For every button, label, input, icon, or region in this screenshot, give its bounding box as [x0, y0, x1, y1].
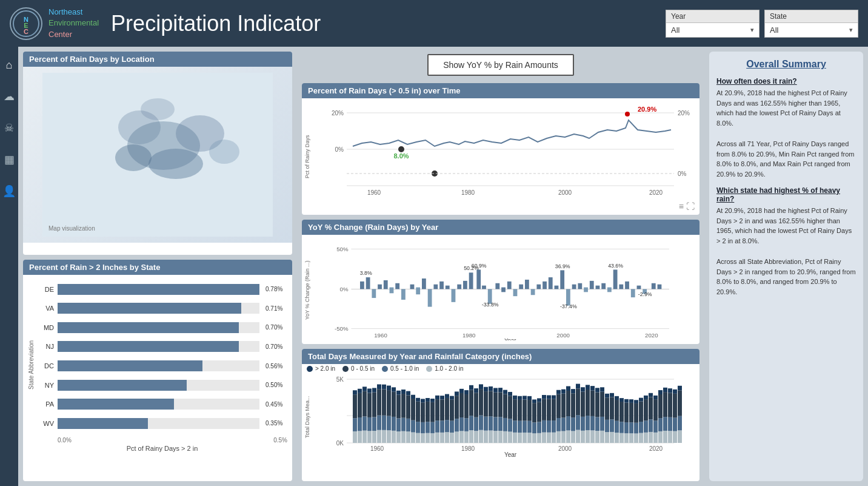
svg-rect-219 [484, 391, 488, 417]
svg-rect-283 [561, 394, 566, 418]
svg-rect-92 [625, 282, 629, 289]
svg-rect-291 [571, 393, 575, 417]
svg-rect-169 [426, 433, 430, 443]
bar-background [58, 418, 259, 429]
svg-rect-236 [503, 390, 507, 394]
svg-text:Year: Year [504, 451, 517, 458]
svg-rect-89 [613, 269, 618, 289]
svg-rect-353 [649, 432, 653, 443]
bar-row: DC0.56% [37, 360, 287, 371]
svg-rect-376 [673, 390, 677, 394]
svg-rect-356 [649, 393, 653, 397]
svg-rect-333 [624, 433, 629, 443]
svg-rect-270 [547, 420, 551, 433]
filter-icon[interactable]: ≡ [679, 201, 684, 211]
svg-text:Map visualization: Map visualization [48, 225, 95, 232]
svg-rect-282 [561, 417, 566, 431]
legend-color-1 [342, 366, 349, 372]
svg-rect-341 [634, 433, 638, 443]
svg-text:1980: 1980 [462, 332, 476, 339]
svg-rect-176 [430, 399, 435, 402]
svg-rect-298 [581, 417, 585, 431]
state-filter-select[interactable]: All ▾ [764, 22, 858, 38]
svg-rect-160 [411, 395, 415, 399]
year-filter[interactable]: Year All ▾ [666, 10, 760, 38]
svg-rect-161 [416, 433, 420, 443]
summary-section-1: How often does it rain? At 20.9%, 2018 h… [716, 77, 856, 179]
bar-chart-card: Percent of Rain > 2 Inches by State Stat… [23, 260, 292, 481]
svg-rect-332 [619, 398, 624, 402]
svg-rect-278 [556, 418, 561, 431]
svg-rect-311 [595, 393, 599, 417]
svg-rect-306 [590, 416, 595, 430]
svg-rect-261 [537, 433, 541, 443]
svg-rect-287 [566, 391, 570, 416]
svg-text:0%: 0% [340, 286, 349, 292]
svg-rect-148 [396, 391, 401, 395]
svg-rect-153 [406, 431, 410, 443]
bar-state-label: DC [37, 362, 54, 370]
header-filters: Year All ▾ State All ▾ [666, 10, 858, 38]
sidebar-item-home[interactable]: ⌂ [1, 56, 18, 73]
state-filter[interactable]: State All ▾ [764, 10, 858, 38]
legend-color-0 [307, 366, 313, 372]
svg-rect-315 [600, 392, 604, 417]
svg-rect-69 [507, 282, 512, 289]
svg-rect-251 [522, 400, 527, 421]
svg-rect-300 [581, 387, 585, 391]
bar-fill [58, 360, 202, 371]
svg-rect-323 [610, 397, 614, 419]
svg-text:2000: 2000 [558, 189, 572, 196]
svg-rect-182 [440, 420, 444, 432]
svg-rect-198 [459, 417, 464, 431]
svg-rect-213 [479, 430, 483, 443]
svg-text:0%: 0% [335, 146, 344, 153]
line-chart-card: Percent of Rain Days (> 0.5 in) over Tim… [302, 83, 699, 215]
svg-rect-335 [624, 403, 629, 422]
svg-rect-214 [479, 416, 483, 430]
bar-x-title: Pct of Rainy Days > 2 in [37, 445, 287, 452]
svg-rect-275 [552, 399, 556, 420]
bar-fill [58, 303, 241, 314]
svg-rect-112 [353, 390, 357, 394]
sidebar-item-cloud[interactable]: ☁ [1, 88, 18, 105]
toggle-row: Show YoY % by Rain Amounts [302, 52, 699, 78]
svg-rect-220 [484, 387, 488, 391]
svg-rect-234 [503, 418, 507, 431]
svg-rect-134 [382, 416, 386, 430]
svg-rect-370 [668, 417, 672, 431]
svg-rect-48 [401, 289, 406, 299]
svg-rect-60 [469, 272, 473, 289]
summary-q1-title: How often does it rain? [716, 77, 856, 86]
svg-rect-365 [663, 431, 667, 443]
bar-row: MD0.70% [37, 322, 287, 333]
sidebar-item-person[interactable]: 👤 [1, 183, 18, 200]
legend-item-0: > 2.0 in [307, 365, 335, 372]
svg-rect-346 [639, 422, 643, 433]
svg-rect-296 [576, 384, 580, 389]
svg-rect-265 [542, 433, 546, 443]
svg-rect-331 [619, 402, 624, 422]
svg-rect-349 [644, 433, 648, 443]
svg-rect-229 [498, 431, 502, 443]
svg-rect-122 [367, 417, 372, 431]
sidebar-item-hazard[interactable]: ☠ [1, 120, 18, 137]
svg-rect-192 [450, 396, 454, 400]
year-filter-select[interactable]: All ▾ [666, 22, 760, 38]
yoy-chart-svg: 50% 0% -50% 1960 1980 2000 2020 Year /* … [312, 237, 697, 340]
svg-rect-152 [401, 390, 406, 394]
expand-icon[interactable]: ⛶ [686, 201, 695, 211]
bar-fill [58, 284, 259, 295]
bar-y-axis-label: State Abbreviation [28, 277, 35, 452]
toggle-yoy-button[interactable]: Show YoY % by Rain Amounts [427, 54, 574, 76]
svg-rect-208 [469, 385, 473, 390]
svg-rect-139 [387, 390, 391, 416]
sidebar-item-building[interactable]: ▦ [1, 151, 18, 168]
map-chart-title: Percent of Rain Days by Location [23, 52, 292, 67]
svg-rect-163 [416, 402, 420, 422]
svg-text:20.9%: 20.9% [638, 106, 656, 113]
svg-rect-305 [590, 430, 595, 443]
svg-rect-88 [607, 288, 612, 292]
summary-card: Overall Summary How often does it rain? … [709, 52, 863, 481]
svg-rect-247 [518, 400, 522, 421]
